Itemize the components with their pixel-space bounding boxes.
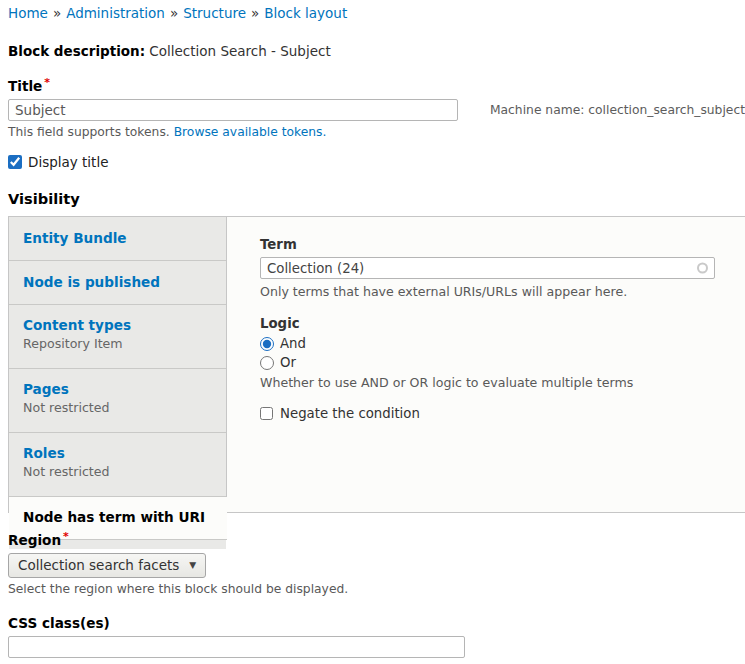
region-description: Select the region where this block shoul… xyxy=(8,582,745,596)
tab-label: Pages xyxy=(23,381,212,397)
visibility-vertical-tabs: Entity Bundle Node is published Content … xyxy=(8,216,745,513)
tab-label: Node is published xyxy=(23,274,212,290)
tab-label: Roles xyxy=(23,445,212,461)
breadcrumb-link-structure[interactable]: Structure xyxy=(183,5,246,21)
logic-and-radio[interactable] xyxy=(260,337,274,351)
block-configure-page: Home»Administration»Structure»Block layo… xyxy=(0,0,745,664)
css-classes-label: CSS class(es) xyxy=(8,615,745,631)
negate-condition-label[interactable]: Negate the condition xyxy=(280,406,420,421)
breadcrumb-link-home[interactable]: Home xyxy=(8,5,48,21)
logic-description: Whether to use AND or OR logic to evalua… xyxy=(260,375,735,390)
tab-label: Content types xyxy=(23,317,212,333)
region-select-value: Collection search facets xyxy=(18,557,179,573)
term-description: Only terms that have external URIs/URLs … xyxy=(260,284,735,299)
breadcrumb-separator: » xyxy=(251,5,259,21)
visibility-tab-pane: Term Only terms that have external URIs/… xyxy=(227,217,745,512)
visibility-tabs-menu: Entity Bundle Node is published Content … xyxy=(9,217,227,512)
term-label: Term xyxy=(260,237,735,252)
term-autocomplete-input[interactable] xyxy=(260,257,715,279)
autocomplete-spinner-icon xyxy=(697,263,708,274)
block-description-label: Block description: xyxy=(8,43,145,59)
tab-node-is-published[interactable]: Node is published xyxy=(9,261,226,305)
title-label: Title* xyxy=(8,78,745,94)
breadcrumb-separator: » xyxy=(170,5,178,21)
logic-or-row: Or xyxy=(260,355,735,370)
required-marker: * xyxy=(63,530,69,543)
tab-content-types[interactable]: Content types Repository Item xyxy=(9,305,226,369)
tab-summary: Not restricted xyxy=(23,400,212,415)
tab-label: Node has term with URI xyxy=(23,509,213,525)
logic-and-row: And xyxy=(260,336,735,351)
visibility-heading: Visibility xyxy=(8,190,745,207)
tab-pages[interactable]: Pages Not restricted xyxy=(9,369,226,433)
region-select[interactable]: Collection search facets ▼ xyxy=(8,553,206,578)
logic-and-label[interactable]: And xyxy=(280,336,306,351)
breadcrumb-link-administration[interactable]: Administration xyxy=(66,5,165,21)
tab-summary: Not restricted xyxy=(23,464,212,479)
block-description-text: Collection Search - Subject xyxy=(149,43,330,59)
logic-or-label[interactable]: Or xyxy=(280,355,296,370)
breadcrumb-separator: » xyxy=(53,5,61,21)
region-label-text: Region xyxy=(8,532,61,548)
title-row: Machine name: collection_search_subject xyxy=(8,99,745,121)
breadcrumb-link-block-layout[interactable]: Block layout xyxy=(264,5,347,21)
display-title-checkbox[interactable] xyxy=(8,155,22,169)
block-description: Block description: Collection Search - S… xyxy=(8,43,745,59)
tab-summary: Repository Item xyxy=(23,336,212,351)
css-classes-input[interactable] xyxy=(8,636,465,658)
browse-tokens-link[interactable]: Browse available tokens. xyxy=(174,125,327,139)
logic-or-radio[interactable] xyxy=(260,356,274,370)
negate-row: Negate the condition xyxy=(260,406,735,421)
tab-entity-bundle[interactable]: Entity Bundle xyxy=(9,217,226,261)
logic-group: Logic And Or Whether to use AND or OR lo… xyxy=(260,316,735,390)
title-help: This field supports tokens. Browse avail… xyxy=(8,125,745,139)
chevron-down-icon: ▼ xyxy=(189,560,196,570)
logic-label: Logic xyxy=(260,316,735,331)
term-input-wrap xyxy=(260,257,715,279)
title-help-text: This field supports tokens. xyxy=(8,125,170,139)
title-label-text: Title xyxy=(8,78,42,94)
required-marker: * xyxy=(44,76,50,89)
breadcrumb: Home»Administration»Structure»Block layo… xyxy=(8,4,745,21)
machine-name: Machine name: collection_search_subject xyxy=(490,103,745,117)
tab-label: Entity Bundle xyxy=(23,230,212,246)
display-title-label[interactable]: Display title xyxy=(28,154,108,170)
negate-condition-checkbox[interactable] xyxy=(260,407,273,420)
display-title-row: Display title xyxy=(8,154,745,170)
tab-roles[interactable]: Roles Not restricted xyxy=(9,433,226,497)
title-input[interactable] xyxy=(8,99,458,121)
